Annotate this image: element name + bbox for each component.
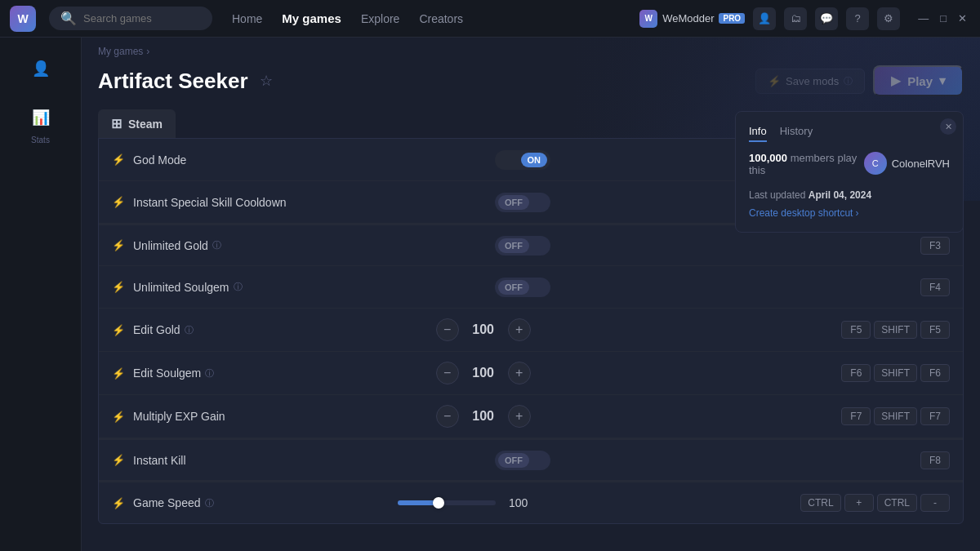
bolt-icon-8: ⚡ [112, 497, 125, 509]
maximize-btn[interactable]: □ [937, 12, 950, 24]
toggle-on-label-0: ON [521, 153, 548, 167]
mod-name-0: God Mode [133, 153, 487, 167]
mod-name-6: Multiply EXP Gain [133, 410, 428, 423]
nav-right: W WeModder PRO 👤 🗂 💬 ? ⚙ — □ ✕ [639, 7, 970, 30]
mod-name-8: Game Speed ⓘ [133, 496, 390, 509]
avatar-btn[interactable]: 👤 [753, 7, 776, 30]
info-updated: Last updated April 04, 2024 [749, 189, 950, 201]
toggle-off-label-1: OFF [498, 195, 529, 210]
nav-links: Home My games Explore Creators [232, 11, 463, 25]
hotkey-combo-4: F5 SHIFT F5 [841, 321, 950, 339]
help-btn[interactable]: ? [846, 7, 869, 30]
close-btn[interactable]: ✕ [955, 12, 970, 24]
hotkey-5c: F6 [920, 364, 950, 382]
bolt-icon-2: ⚡ [112, 239, 125, 251]
toggle-skill-cooldown[interactable]: OFF [495, 193, 550, 212]
platform-name: Steam [128, 118, 163, 131]
increment-soulgem[interactable]: + [508, 362, 531, 384]
decrement-soulgem[interactable]: − [436, 362, 459, 384]
wemodder-badge: W WeModder PRO [639, 10, 745, 28]
creator-name: ColonelRVH [892, 158, 950, 170]
bolt-icon-7: ⚡ [112, 454, 125, 466]
info-panel-close[interactable]: ✕ [940, 118, 956, 135]
info-icon-5[interactable]: ⓘ [205, 367, 214, 380]
hotkey-2: F3 [920, 237, 950, 255]
desktop-shortcut[interactable]: Create desktop shortcut › [749, 207, 950, 219]
pro-badge: PRO [719, 13, 745, 24]
main-container: 👤 📊 Stats My games › Artifact Seeker ☆ ⚡… [0, 38, 980, 551]
hotkey-8d: - [920, 494, 950, 512]
hotkey-8b: + [844, 494, 874, 512]
library-btn[interactable]: 🗂 [784, 7, 807, 30]
hotkey-6c: F7 [920, 407, 950, 425]
bolt-icon-6: ⚡ [112, 411, 125, 423]
stats-label: Stats [31, 136, 50, 144]
sidebar-item-profile[interactable]: 👤 [26, 54, 56, 83]
soulgem-value: 100 [459, 366, 508, 380]
slider-row: 100 [398, 496, 528, 509]
decrement-exp[interactable]: − [436, 405, 459, 428]
decrement-gold[interactable]: − [436, 318, 459, 341]
info-icon-4[interactable]: ⓘ [185, 324, 194, 336]
toggle-off-label-2: OFF [498, 238, 529, 253]
nav-my-games[interactable]: My games [282, 11, 341, 25]
stats-icon: 📊 [26, 103, 56, 132]
hotkey-6a: F7 [841, 407, 871, 425]
mod-name-4: Edit Gold ⓘ [133, 323, 428, 336]
nav-explore[interactable]: Explore [361, 12, 399, 25]
hotkey-7: F8 [920, 451, 950, 469]
game-speed-value: 100 [509, 496, 528, 509]
minimize-btn[interactable]: — [915, 12, 932, 24]
hotkey-8c: CTRL [877, 494, 917, 512]
mod-name-5: Edit Soulgem ⓘ [133, 367, 428, 380]
discord-btn[interactable]: 💬 [815, 7, 838, 30]
bolt-icon-0: ⚡ [112, 153, 125, 166]
toggle-unlimited-gold[interactable]: OFF [495, 236, 550, 256]
search-input[interactable] [83, 12, 201, 24]
slider-track[interactable] [398, 500, 496, 505]
search-box[interactable]: 🔍 [49, 7, 212, 30]
topnav: W 🔍 Home My games Explore Creators W WeM… [0, 0, 980, 38]
settings-btn[interactable]: ⚙ [877, 7, 900, 30]
toggle-unlimited-soulgem[interactable]: OFF [495, 278, 550, 297]
hotkey-6b: SHIFT [874, 407, 917, 425]
mod-name-7: Instant Kill [133, 454, 487, 467]
steam-icon: ⊞ [111, 116, 122, 131]
hotkey-combo-8: CTRL + CTRL - [800, 494, 950, 512]
username: WeModder [662, 12, 714, 24]
toggle-instant-kill[interactable]: OFF [495, 451, 550, 470]
logo[interactable]: W [10, 6, 36, 32]
info-icon-3[interactable]: ⓘ [234, 281, 243, 293]
favorite-icon[interactable]: ☆ [260, 72, 273, 90]
hotkey-5b: SHIFT [874, 364, 917, 382]
hotkey-4c: F5 [920, 321, 950, 339]
hotkey-combo-6: F7 SHIFT F7 [841, 407, 950, 425]
info-tab-info[interactable]: Info [749, 125, 767, 142]
info-icon-8[interactable]: ⓘ [205, 497, 214, 509]
mod-row-instant-kill: ⚡ Instant Kill OFF F8 [99, 438, 963, 481]
exp-value: 100 [459, 409, 508, 424]
nav-creators[interactable]: Creators [419, 12, 463, 25]
toggle-off-label-3: OFF [498, 280, 529, 295]
mod-row-game-speed: ⚡ Game Speed ⓘ 100 CTRL + CTRL [99, 481, 963, 523]
info-icon-2[interactable]: ⓘ [212, 239, 221, 251]
members-stat: 100,000 members play this [749, 152, 864, 176]
nav-home[interactable]: Home [232, 12, 262, 25]
hotkey-4b: SHIFT [874, 321, 917, 339]
increment-exp[interactable]: + [508, 405, 531, 428]
platform-badge[interactable]: ⊞ Steam [98, 109, 176, 138]
creator-avatar: C [864, 152, 887, 175]
toggle-god-mode[interactable]: ON [495, 150, 550, 170]
slider-thumb[interactable] [433, 497, 444, 509]
hotkey-combo-5: F6 SHIFT F6 [841, 364, 950, 382]
stepper-exp: − 100 + [436, 405, 531, 428]
info-tabs: Info History [749, 125, 950, 142]
bolt-icon-3: ⚡ [112, 281, 125, 293]
mod-name-3: Unlimited Soulgem ⓘ [133, 281, 487, 294]
sidebar-item-stats[interactable]: 📊 Stats [26, 103, 56, 144]
breadcrumb-parent[interactable]: My games [98, 46, 143, 57]
increment-gold[interactable]: + [508, 318, 531, 341]
sidebar: 👤 📊 Stats [0, 38, 82, 551]
info-tab-history[interactable]: History [780, 125, 813, 142]
search-icon: 🔍 [60, 11, 77, 26]
